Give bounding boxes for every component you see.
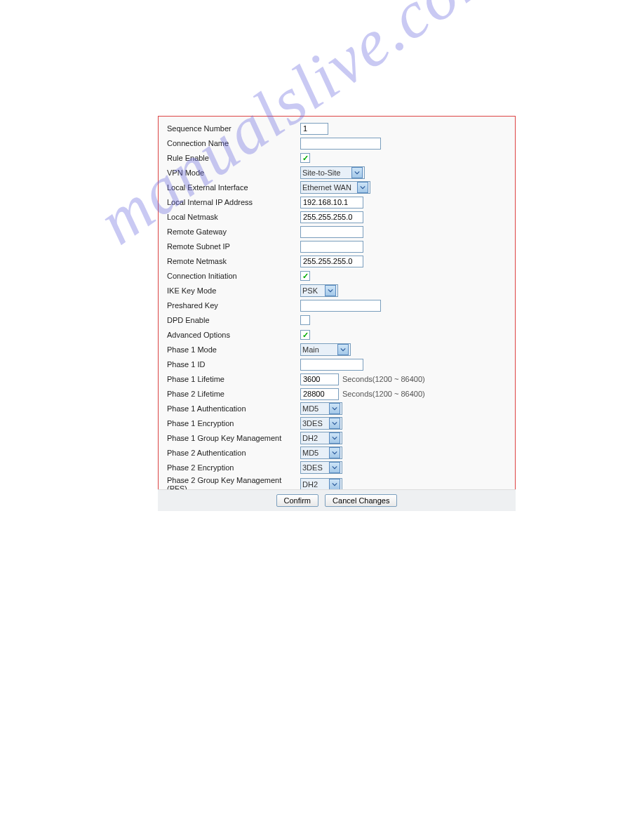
- label-vpn-mode: VPN Mode: [167, 168, 300, 177]
- phase2-auth-select[interactable]: MD5: [300, 446, 342, 459]
- label-phase2-auth: Phase 2 Authentication: [167, 449, 300, 457]
- phase1-auth-select[interactable]: MD5: [300, 402, 342, 415]
- label-sequence-number: Sequence Number: [167, 124, 300, 133]
- chevron-down-icon: [325, 285, 336, 296]
- phase2-group-key-value: DH2: [302, 480, 321, 489]
- chevron-down-icon: [329, 403, 340, 414]
- label-phase2-lifetime: Phase 2 Lifetime: [167, 390, 300, 398]
- chevron-down-icon: [329, 479, 340, 490]
- vpn-mode-value: Site-to-Site: [302, 168, 343, 177]
- row-vpn-mode: VPN Mode Site-to-Site: [167, 166, 507, 179]
- vpn-mode-select[interactable]: Site-to-Site: [300, 166, 365, 179]
- row-local-external-interface: Local External Interface Ethernet WAN: [167, 181, 507, 194]
- phase2-encryption-select[interactable]: 3DES: [300, 461, 342, 474]
- local-external-interface-select[interactable]: Ethernet WAN: [300, 181, 370, 194]
- row-remote-subnet-ip: Remote Subnet IP: [167, 240, 507, 253]
- label-phase1-encryption: Phase 1 Encryption: [167, 419, 300, 428]
- row-phase1-mode: Phase 1 Mode Main: [167, 343, 507, 356]
- preshared-key-input[interactable]: [300, 300, 381, 312]
- label-remote-netmask: Remote Netmask: [167, 257, 300, 265]
- label-rule-enable: Rule Enable: [167, 154, 300, 162]
- label-phase1-group-key: Phase 1 Group Key Management: [167, 434, 300, 442]
- row-phase1-auth: Phase 1 Authentication MD5: [167, 402, 507, 415]
- remote-subnet-ip-input[interactable]: [300, 241, 363, 253]
- dpd-enable-checkbox[interactable]: [300, 315, 310, 325]
- label-connection-name: Connection Name: [167, 139, 300, 147]
- label-phase1-mode: Phase 1 Mode: [167, 345, 300, 354]
- rule-enable-checkbox[interactable]: [300, 153, 310, 163]
- phase2-encryption-value: 3DES: [302, 463, 326, 472]
- label-phase1-lifetime: Phase 1 Lifetime: [167, 375, 300, 383]
- chevron-down-icon: [329, 432, 340, 444]
- label-connection-initiation: Connection Initiation: [167, 272, 300, 280]
- row-phase2-encryption: Phase 2 Encryption 3DES: [167, 461, 507, 474]
- row-phase1-group-key: Phase 1 Group Key Management DH2: [167, 432, 507, 444]
- label-local-internal-ip: Local Internal IP Address: [167, 198, 300, 206]
- row-local-netmask: Local Netmask: [167, 211, 507, 223]
- phase1-group-key-value: DH2: [302, 434, 321, 442]
- remote-netmask-input[interactable]: [300, 256, 363, 267]
- phase1-encryption-value: 3DES: [302, 419, 326, 428]
- local-netmask-input[interactable]: [300, 211, 363, 223]
- phase1-group-key-select[interactable]: DH2: [300, 432, 342, 444]
- row-phase1-encryption: Phase 1 Encryption 3DES: [167, 417, 507, 430]
- label-remote-gateway: Remote Gateway: [167, 227, 300, 236]
- label-phase2-encryption: Phase 2 Encryption: [167, 463, 300, 472]
- row-rule-enable: Rule Enable: [167, 152, 507, 164]
- vpn-config-form: Sequence Number Connection Name Rule Ena…: [158, 116, 516, 501]
- label-local-netmask: Local Netmask: [167, 213, 300, 221]
- connection-name-input[interactable]: [300, 138, 381, 150]
- confirm-button[interactable]: Confirm: [276, 494, 319, 507]
- phase2-lifetime-input[interactable]: [300, 388, 339, 400]
- row-local-internal-ip: Local Internal IP Address: [167, 196, 507, 208]
- label-local-external-interface: Local External Interface: [167, 183, 300, 192]
- row-connection-name: Connection Name: [167, 137, 507, 150]
- chevron-down-icon: [357, 182, 368, 193]
- phase1-lifetime-input[interactable]: [300, 373, 339, 385]
- label-phase1-id: Phase 1 ID: [167, 360, 300, 369]
- remote-gateway-input[interactable]: [300, 226, 363, 238]
- row-connection-initiation: Connection Initiation: [167, 270, 507, 282]
- row-phase1-lifetime: Phase 1 Lifetime Seconds(1200 ~ 86400): [167, 373, 507, 385]
- label-phase1-auth: Phase 1 Authentication: [167, 404, 300, 413]
- label-remote-subnet-ip: Remote Subnet IP: [167, 242, 300, 251]
- row-remote-gateway: Remote Gateway: [167, 225, 507, 238]
- chevron-down-icon: [329, 447, 340, 458]
- local-external-interface-value: Ethernet WAN: [302, 183, 354, 192]
- phase2-lifetime-hint: Seconds(1200 ~ 86400): [342, 390, 425, 398]
- phase1-encryption-select[interactable]: 3DES: [300, 417, 342, 430]
- cancel-changes-button[interactable]: Cancel Changes: [325, 494, 397, 507]
- row-ike-key-mode: IKE Key Mode PSK: [167, 284, 507, 297]
- row-advanced-options: Advanced Options: [167, 329, 507, 341]
- sequence-number-input[interactable]: [300, 123, 328, 135]
- phase1-id-input[interactable]: [300, 359, 363, 371]
- label-preshared-key: Preshared Key: [167, 301, 300, 310]
- label-dpd-enable: DPD Enable: [167, 316, 300, 324]
- button-bar: Confirm Cancel Changes: [158, 489, 516, 511]
- row-phase2-auth: Phase 2 Authentication MD5: [167, 446, 507, 459]
- row-phase1-id: Phase 1 ID: [167, 358, 507, 371]
- phase1-auth-value: MD5: [302, 404, 321, 413]
- phase1-lifetime-hint: Seconds(1200 ~ 86400): [342, 375, 425, 383]
- chevron-down-icon: [351, 167, 363, 178]
- row-preshared-key: Preshared Key: [167, 299, 507, 312]
- row-dpd-enable: DPD Enable: [167, 314, 507, 326]
- chevron-down-icon: [329, 418, 340, 429]
- phase1-mode-value: Main: [302, 345, 322, 354]
- ike-key-mode-select[interactable]: PSK: [300, 284, 338, 297]
- row-sequence-number: Sequence Number: [167, 122, 507, 135]
- row-phase2-lifetime: Phase 2 Lifetime Seconds(1200 ~ 86400): [167, 388, 507, 400]
- row-remote-netmask: Remote Netmask: [167, 255, 507, 267]
- chevron-down-icon: [337, 344, 349, 355]
- chevron-down-icon: [329, 462, 340, 473]
- advanced-options-checkbox[interactable]: [300, 330, 310, 340]
- phase2-auth-value: MD5: [302, 449, 321, 457]
- label-ike-key-mode: IKE Key Mode: [167, 286, 300, 295]
- local-internal-ip-input[interactable]: [300, 197, 363, 208]
- label-advanced-options: Advanced Options: [167, 331, 300, 339]
- connection-initiation-checkbox[interactable]: [300, 271, 310, 281]
- ike-key-mode-value: PSK: [302, 286, 321, 295]
- phase1-mode-select[interactable]: Main: [300, 343, 351, 356]
